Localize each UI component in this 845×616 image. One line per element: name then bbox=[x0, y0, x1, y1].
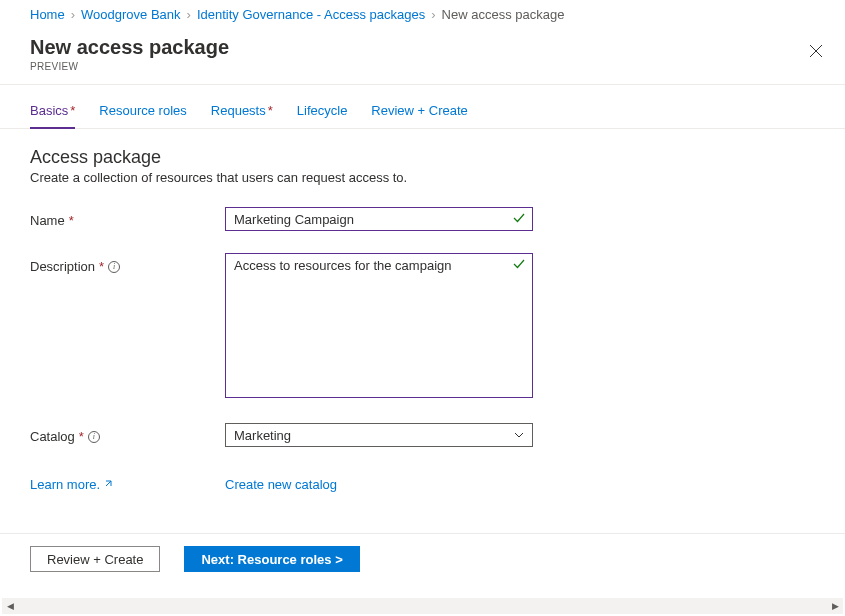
horizontal-scrollbar[interactable]: ◀ ▶ bbox=[2, 598, 843, 614]
tabs: Basics* Resource roles Requests* Lifecyc… bbox=[0, 85, 845, 129]
form-row-catalog: Catalog * i Marketing bbox=[30, 423, 815, 447]
check-icon bbox=[513, 258, 525, 273]
scroll-right-arrow-icon[interactable]: ▶ bbox=[827, 598, 843, 614]
chevron-right-icon: › bbox=[71, 7, 75, 22]
tab-label: Basics bbox=[30, 103, 68, 118]
description-input-wrap bbox=[225, 253, 533, 401]
review-create-button[interactable]: Review + Create bbox=[30, 546, 160, 572]
breadcrumb-item-home[interactable]: Home bbox=[30, 7, 65, 22]
required-marker: * bbox=[70, 103, 75, 118]
required-marker: * bbox=[268, 103, 273, 118]
page-title: New access package bbox=[30, 36, 815, 59]
scroll-track[interactable] bbox=[18, 598, 827, 614]
next-resource-roles-button[interactable]: Next: Resource roles > bbox=[184, 546, 359, 572]
link-text: Learn more. bbox=[30, 477, 100, 492]
label-text: Description bbox=[30, 259, 95, 274]
name-input[interactable] bbox=[225, 207, 533, 231]
check-icon bbox=[513, 212, 525, 227]
breadcrumb-item-governance[interactable]: Identity Governance - Access packages bbox=[197, 7, 425, 22]
section-description: Create a collection of resources that us… bbox=[30, 170, 815, 185]
learn-more-link[interactable]: Learn more. bbox=[30, 477, 225, 492]
tab-lifecycle[interactable]: Lifecycle bbox=[297, 103, 348, 128]
info-icon[interactable]: i bbox=[88, 431, 100, 443]
tab-review-create[interactable]: Review + Create bbox=[371, 103, 467, 128]
chevron-right-icon: › bbox=[187, 7, 191, 22]
link-row: Learn more. Create new catalog bbox=[30, 477, 815, 492]
name-label: Name * bbox=[30, 207, 225, 228]
description-label: Description * i bbox=[30, 253, 225, 274]
scroll-left-arrow-icon[interactable]: ◀ bbox=[2, 598, 18, 614]
breadcrumb-current: New access package bbox=[442, 7, 565, 22]
catalog-label: Catalog * i bbox=[30, 423, 225, 444]
content: Access package Create a collection of re… bbox=[0, 129, 845, 492]
page-subtitle: PREVIEW bbox=[30, 61, 815, 72]
footer: Review + Create Next: Resource roles > bbox=[0, 533, 845, 584]
link-text: Create new catalog bbox=[225, 477, 337, 492]
info-icon[interactable]: i bbox=[108, 261, 120, 273]
required-marker: * bbox=[69, 213, 74, 228]
chevron-right-icon: › bbox=[431, 7, 435, 22]
catalog-select-wrap: Marketing bbox=[225, 423, 533, 447]
label-text: Name bbox=[30, 213, 65, 228]
tab-basics[interactable]: Basics* bbox=[30, 103, 75, 128]
tab-label: Requests bbox=[211, 103, 266, 118]
required-marker: * bbox=[79, 429, 84, 444]
description-input[interactable] bbox=[225, 253, 533, 398]
external-link-icon bbox=[104, 479, 114, 491]
breadcrumb: Home › Woodgrove Bank › Identity Governa… bbox=[0, 0, 845, 28]
tab-label: Lifecycle bbox=[297, 103, 348, 118]
breadcrumb-item-woodgrove[interactable]: Woodgrove Bank bbox=[81, 7, 181, 22]
tab-label: Review + Create bbox=[371, 103, 467, 118]
name-input-wrap bbox=[225, 207, 533, 231]
section-title: Access package bbox=[30, 147, 815, 168]
tab-resource-roles[interactable]: Resource roles bbox=[99, 103, 186, 128]
tab-label: Resource roles bbox=[99, 103, 186, 118]
close-button[interactable] bbox=[805, 40, 827, 65]
close-icon bbox=[809, 44, 823, 58]
tab-requests[interactable]: Requests* bbox=[211, 103, 273, 128]
label-text: Catalog bbox=[30, 429, 75, 444]
required-marker: * bbox=[99, 259, 104, 274]
catalog-select[interactable]: Marketing bbox=[225, 423, 533, 447]
form-row-name: Name * bbox=[30, 207, 815, 231]
create-catalog-link[interactable]: Create new catalog bbox=[225, 477, 337, 492]
form-row-description: Description * i bbox=[30, 253, 815, 401]
page-header: New access package PREVIEW bbox=[0, 28, 845, 85]
